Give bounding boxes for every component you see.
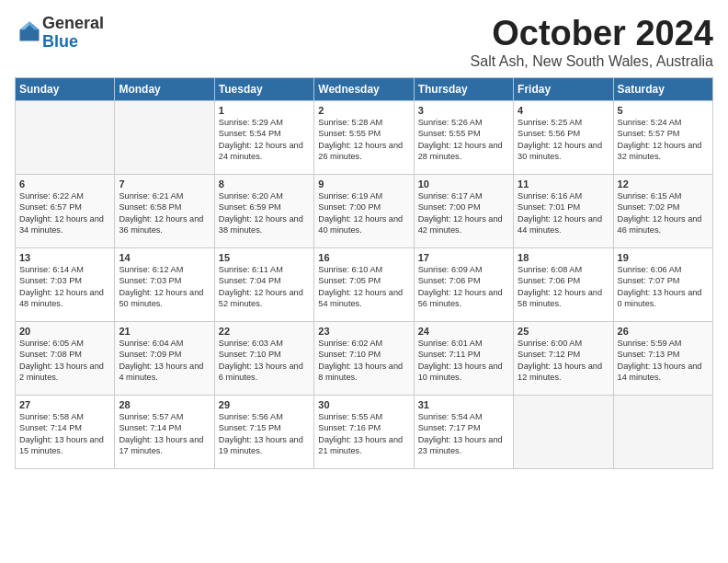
cell-detail: Sunrise: 5:28 AM Sunset: 5:55 PM Dayligh…: [318, 117, 409, 163]
logo-general-text: General: [42, 14, 104, 32]
day-header-thursday: Thursday: [414, 77, 513, 100]
day-number: 26: [618, 326, 709, 337]
day-number: 19: [618, 252, 709, 263]
cell-detail: Sunrise: 6:06 AM Sunset: 7:07 PM Dayligh…: [618, 264, 709, 310]
calendar-cell: 22Sunrise: 6:03 AM Sunset: 7:10 PM Dayli…: [214, 321, 313, 395]
day-number: 4: [518, 105, 609, 116]
day-number: 22: [219, 326, 310, 337]
logo-blue-text: Blue: [42, 32, 78, 51]
cell-detail: Sunrise: 6:10 AM Sunset: 7:05 PM Dayligh…: [318, 264, 409, 310]
cell-detail: Sunrise: 6:04 AM Sunset: 7:09 PM Dayligh…: [119, 338, 210, 384]
day-number: 31: [418, 399, 509, 410]
day-number: 23: [318, 326, 409, 337]
day-header-monday: Monday: [115, 77, 214, 100]
day-number: 21: [119, 326, 210, 337]
day-header-sunday: Sunday: [16, 77, 115, 100]
cell-detail: Sunrise: 6:19 AM Sunset: 7:00 PM Dayligh…: [318, 190, 409, 236]
day-number: 16: [318, 252, 409, 263]
cell-detail: Sunrise: 6:15 AM Sunset: 7:02 PM Dayligh…: [618, 190, 709, 236]
cell-detail: Sunrise: 5:56 AM Sunset: 7:15 PM Dayligh…: [219, 411, 310, 457]
day-number: 9: [318, 178, 409, 190]
day-number: 8: [219, 178, 310, 190]
calendar-cell: [514, 395, 613, 468]
day-number: 2: [318, 105, 409, 116]
cell-detail: Sunrise: 6:16 AM Sunset: 7:01 PM Dayligh…: [518, 190, 609, 236]
day-number: 5: [618, 105, 709, 116]
calendar-cell: 19Sunrise: 6:06 AM Sunset: 7:07 PM Dayli…: [613, 247, 712, 321]
cell-detail: Sunrise: 5:25 AM Sunset: 5:56 PM Dayligh…: [518, 117, 609, 163]
calendar-cell: 18Sunrise: 6:08 AM Sunset: 7:06 PM Dayli…: [514, 247, 613, 321]
logo: General Blue: [15, 15, 104, 52]
cell-detail: Sunrise: 5:58 AM Sunset: 7:14 PM Dayligh…: [19, 411, 110, 457]
page-header: General Blue October 2024 Salt Ash, New …: [15, 15, 713, 70]
calendar-cell: 13Sunrise: 6:14 AM Sunset: 7:03 PM Dayli…: [16, 247, 115, 321]
day-header-tuesday: Tuesday: [214, 77, 313, 100]
cell-detail: Sunrise: 6:21 AM Sunset: 6:58 PM Dayligh…: [119, 190, 210, 236]
calendar-cell: 12Sunrise: 6:15 AM Sunset: 7:02 PM Dayli…: [613, 174, 712, 247]
day-number: 12: [618, 178, 709, 190]
calendar-cell: 11Sunrise: 6:16 AM Sunset: 7:01 PM Dayli…: [514, 174, 613, 247]
calendar-cell: 3Sunrise: 5:26 AM Sunset: 5:55 PM Daylig…: [414, 100, 513, 174]
calendar-week-row: 20Sunrise: 6:05 AM Sunset: 7:08 PM Dayli…: [16, 321, 713, 395]
location: Salt Ash, New South Wales, Australia: [471, 53, 713, 70]
cell-detail: Sunrise: 6:08 AM Sunset: 7:06 PM Dayligh…: [518, 264, 609, 310]
calendar-cell: 9Sunrise: 6:19 AM Sunset: 7:00 PM Daylig…: [314, 174, 414, 247]
day-number: 1: [219, 105, 310, 116]
calendar-cell: 29Sunrise: 5:56 AM Sunset: 7:15 PM Dayli…: [214, 395, 313, 468]
calendar-cell: 27Sunrise: 5:58 AM Sunset: 7:14 PM Dayli…: [16, 395, 115, 468]
calendar-cell: 21Sunrise: 6:04 AM Sunset: 7:09 PM Dayli…: [115, 321, 214, 395]
day-number: 6: [19, 178, 110, 190]
calendar-cell: 2Sunrise: 5:28 AM Sunset: 5:55 PM Daylig…: [314, 100, 414, 174]
day-header-saturday: Saturday: [613, 77, 712, 100]
day-number: 7: [119, 178, 210, 190]
cell-detail: Sunrise: 6:05 AM Sunset: 7:08 PM Dayligh…: [19, 338, 110, 384]
calendar-cell: 10Sunrise: 6:17 AM Sunset: 7:00 PM Dayli…: [414, 174, 513, 247]
cell-detail: Sunrise: 6:00 AM Sunset: 7:12 PM Dayligh…: [518, 338, 609, 384]
calendar-cell: [613, 395, 712, 468]
day-header-wednesday: Wednesday: [314, 77, 414, 100]
calendar-cell: 23Sunrise: 6:02 AM Sunset: 7:10 PM Dayli…: [314, 321, 414, 395]
cell-detail: Sunrise: 6:09 AM Sunset: 7:06 PM Dayligh…: [418, 264, 509, 310]
cell-detail: Sunrise: 5:55 AM Sunset: 7:16 PM Dayligh…: [318, 411, 409, 457]
day-number: 3: [418, 105, 509, 116]
day-number: 30: [318, 399, 409, 410]
calendar-week-row: 13Sunrise: 6:14 AM Sunset: 7:03 PM Dayli…: [16, 247, 713, 321]
calendar-cell: 1Sunrise: 5:29 AM Sunset: 5:54 PM Daylig…: [214, 100, 313, 174]
calendar-cell: [16, 100, 115, 174]
cell-detail: Sunrise: 5:24 AM Sunset: 5:57 PM Dayligh…: [618, 117, 709, 163]
calendar-week-row: 1Sunrise: 5:29 AM Sunset: 5:54 PM Daylig…: [16, 100, 713, 174]
day-number: 28: [119, 399, 210, 410]
calendar-cell: 8Sunrise: 6:20 AM Sunset: 6:59 PM Daylig…: [214, 174, 313, 247]
calendar-cell: 15Sunrise: 6:11 AM Sunset: 7:04 PM Dayli…: [214, 247, 313, 321]
day-number: 10: [418, 178, 509, 190]
calendar-cell: 24Sunrise: 6:01 AM Sunset: 7:11 PM Dayli…: [414, 321, 513, 395]
day-number: 17: [418, 252, 509, 263]
calendar-body: 1Sunrise: 5:29 AM Sunset: 5:54 PM Daylig…: [16, 100, 713, 468]
calendar-cell: 17Sunrise: 6:09 AM Sunset: 7:06 PM Dayli…: [414, 247, 513, 321]
calendar-cell: 20Sunrise: 6:05 AM Sunset: 7:08 PM Dayli…: [16, 321, 115, 395]
calendar-cell: 26Sunrise: 5:59 AM Sunset: 7:13 PM Dayli…: [613, 321, 712, 395]
day-header-friday: Friday: [514, 77, 613, 100]
cell-detail: Sunrise: 5:29 AM Sunset: 5:54 PM Dayligh…: [219, 117, 310, 163]
day-number: 15: [219, 252, 310, 263]
cell-detail: Sunrise: 6:17 AM Sunset: 7:00 PM Dayligh…: [418, 190, 509, 236]
title-block: October 2024 Salt Ash, New South Wales, …: [471, 15, 713, 70]
calendar-cell: 7Sunrise: 6:21 AM Sunset: 6:58 PM Daylig…: [115, 174, 214, 247]
cell-detail: Sunrise: 5:57 AM Sunset: 7:14 PM Dayligh…: [119, 411, 210, 457]
day-number: 11: [518, 178, 609, 190]
day-number: 18: [518, 252, 609, 263]
calendar-cell: 25Sunrise: 6:00 AM Sunset: 7:12 PM Dayli…: [514, 321, 613, 395]
cell-detail: Sunrise: 6:20 AM Sunset: 6:59 PM Dayligh…: [219, 190, 310, 236]
calendar-cell: 6Sunrise: 6:22 AM Sunset: 6:57 PM Daylig…: [16, 174, 115, 247]
calendar-cell: 28Sunrise: 5:57 AM Sunset: 7:14 PM Dayli…: [115, 395, 214, 468]
calendar-cell: 5Sunrise: 5:24 AM Sunset: 5:57 PM Daylig…: [613, 100, 712, 174]
day-number: 24: [418, 326, 509, 337]
day-number: 20: [19, 326, 110, 337]
cell-detail: Sunrise: 6:14 AM Sunset: 7:03 PM Dayligh…: [19, 264, 110, 310]
cell-detail: Sunrise: 6:01 AM Sunset: 7:11 PM Dayligh…: [418, 338, 509, 384]
cell-detail: Sunrise: 6:02 AM Sunset: 7:10 PM Dayligh…: [318, 338, 409, 384]
calendar-week-row: 6Sunrise: 6:22 AM Sunset: 6:57 PM Daylig…: [16, 174, 713, 247]
day-number: 27: [19, 399, 110, 410]
calendar-header-row: SundayMondayTuesdayWednesdayThursdayFrid…: [16, 77, 713, 100]
cell-detail: Sunrise: 6:22 AM Sunset: 6:57 PM Dayligh…: [19, 190, 110, 236]
